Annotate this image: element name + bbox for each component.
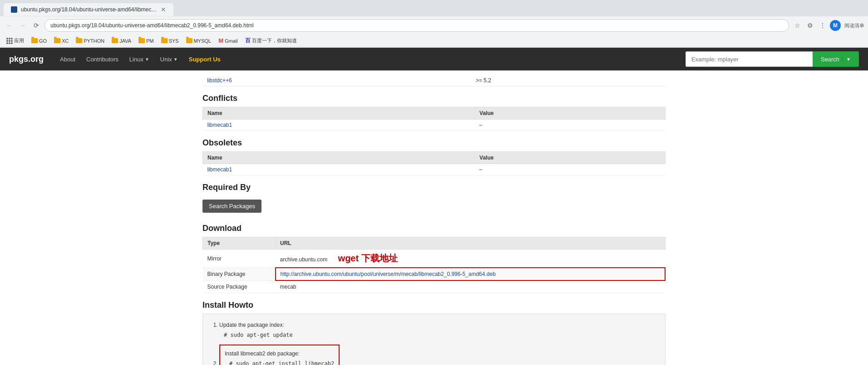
conflicts-col-value: Value [475, 107, 666, 120]
conflicts-title: Conflicts [202, 94, 666, 103]
install-howto-box: Update the package index: # sudo apt-get… [202, 314, 666, 365]
step1-text: Update the package index: [219, 322, 284, 328]
download-col-url: URL [276, 237, 666, 250]
address-bar[interactable] [44, 19, 789, 32]
tab-title: ubuntu.pkgs.org/18.04/ubuntu-universe-am… [21, 6, 157, 13]
browser-icons: ☆ ⚙ ⋮ M 阅读清单 [792, 20, 864, 31]
site-nav: About Contributors Linux ▼ Unix ▼ Suppor… [54, 48, 686, 70]
conflicts-table: Name Value libmecab1 – [202, 107, 666, 131]
obsoletes-title: Obsoletes [202, 138, 666, 148]
bookmark-gmail-label: Gmail [225, 38, 238, 44]
download-binary-url-cell: http://archive.ubuntu.com/ubuntu/pool/un… [276, 268, 666, 280]
bookmark-xc[interactable]: XC [51, 37, 71, 45]
nav-bar: ← → ⟳ ☆ ⚙ ⋮ M 阅读清单 [0, 16, 868, 35]
list-item: Update the package index: # sudo apt-get… [219, 320, 658, 340]
site-search-button[interactable]: Search ▼ [813, 51, 859, 67]
download-source-url: mecab [276, 280, 666, 293]
bookmark-star-icon[interactable]: ☆ [792, 20, 803, 31]
site-navbar: pkgs.org About Contributors Linux ▼ Unix… [0, 48, 868, 70]
nav-contributors[interactable]: Contributors [81, 48, 124, 70]
reader-mode-label: 阅读清单 [844, 22, 864, 29]
bookmark-python[interactable]: PYTHON [73, 37, 107, 45]
bookmark-python-label: PYTHON [84, 38, 104, 44]
download-binary-type: Binary Package [203, 268, 276, 280]
step1-code: # sudo apt-get update [219, 330, 658, 340]
bookmark-xc-label: XC [62, 38, 69, 44]
step2-code: # sudo apt-get install libmecab2 [225, 359, 334, 365]
download-table: Type URL Mirror archive.ubuntu.com wget … [202, 237, 666, 293]
obsoletes-libmecab1-value: – [475, 164, 666, 175]
bookmark-sys-label: SYS [169, 38, 179, 44]
conflicts-col-name: Name [203, 107, 475, 120]
bookmark-baidu-label: 百度一下，你就知道 [252, 37, 297, 44]
tab-bar: ubuntu.pkgs.org/18.04/ubuntu-universe-am… [0, 0, 868, 16]
table-row: libmecab1 – [203, 120, 666, 131]
install-step2-highlight: Install libmecab2 deb package: # sudo ap… [219, 345, 340, 365]
menu-icon[interactable]: ⋮ [817, 20, 828, 31]
site-logo[interactable]: pkgs.org [9, 55, 44, 64]
unix-dropdown-arrow: ▼ [173, 57, 178, 62]
wget-annotation: wget 下载地址 [338, 252, 398, 265]
table-row: Binary Package http://archive.ubuntu.com… [203, 268, 666, 280]
bookmark-apps[interactable]: 应用 [4, 36, 27, 45]
conflicts-libmecab1-value: – [475, 120, 666, 131]
page-content: libstdc++6 >= 5.2 Conflicts Name Value l… [193, 70, 675, 365]
reload-button[interactable]: ⟳ [31, 20, 42, 31]
search-packages-button[interactable]: Search Packages [202, 200, 261, 213]
download-source-type: Source Package [203, 280, 276, 293]
binary-package-link[interactable]: http://archive.ubuntu.com/ubuntu/pool/un… [281, 271, 496, 277]
table-row: Source Package mecab [203, 280, 666, 293]
profile-button[interactable]: M [830, 20, 841, 31]
table-row: libmecab1 – [203, 164, 666, 175]
obsoletes-col-value: Value [475, 152, 666, 164]
obsoletes-table: Name Value libmecab1 – [202, 151, 666, 175]
site-search-input[interactable] [686, 51, 813, 67]
bookmark-mysql[interactable]: MYSQL [183, 37, 214, 45]
depends-table: libstdc++6 >= 5.2 [202, 75, 666, 86]
extensions-icon[interactable]: ⚙ [804, 20, 815, 31]
nav-support[interactable]: Support Us [183, 48, 226, 70]
tab-favicon [11, 6, 17, 13]
step2-text: Install libmecab2 deb package: [225, 350, 300, 357]
install-howto-title: Install Howto [202, 300, 666, 310]
forward-button[interactable]: → [17, 20, 28, 31]
download-title: Download [202, 224, 666, 233]
required-by-title: Required By [202, 183, 666, 192]
nav-linux[interactable]: Linux ▼ [124, 48, 155, 70]
bookmark-go[interactable]: GO [29, 37, 49, 45]
linux-dropdown-arrow: ▼ [145, 57, 149, 62]
obsoletes-col-name: Name [203, 152, 475, 164]
search-dropdown-arrow[interactable]: ▼ [842, 57, 851, 62]
conflicts-libmecab1-link[interactable]: libmecab1 [207, 122, 232, 128]
bookmark-java-label: JAVA [119, 38, 131, 44]
bookmark-java[interactable]: JAVA [109, 37, 134, 45]
obsoletes-libmecab1-link[interactable]: libmecab1 [207, 166, 232, 173]
depends-row: libstdc++6 >= 5.2 [202, 75, 666, 86]
bookmark-baidu[interactable]: 百 百度一下，你就知道 [242, 36, 300, 45]
download-mirror-type: Mirror [203, 250, 276, 268]
nav-about[interactable]: About [54, 48, 81, 70]
bookmark-gmail[interactable]: M Gmail [216, 36, 241, 45]
download-mirror-url: archive.ubuntu.com wget 下载地址 [276, 250, 666, 268]
tab-close-icon[interactable]: ✕ [161, 6, 166, 13]
table-row: Mirror archive.ubuntu.com wget 下载地址 [203, 250, 666, 268]
bookmark-pm-label: PM [146, 38, 154, 44]
list-item: Install libmecab2 deb package: # sudo ap… [219, 344, 658, 365]
bookmark-mysql-label: MYSQL [194, 38, 212, 44]
bookmark-apps-label: 应用 [14, 37, 24, 44]
bookmark-sys[interactable]: SYS [158, 37, 182, 45]
bookmarks-bar: 应用 GO XC PYTHON JAVA PM SYS MYSQL [0, 35, 868, 47]
back-button[interactable]: ← [4, 20, 15, 31]
libstdcpp6-link[interactable]: libstdc++6 [207, 77, 232, 84]
site-search-area: Search ▼ [686, 51, 859, 67]
bookmark-pm[interactable]: PM [136, 37, 157, 45]
download-col-type: Type [203, 237, 276, 250]
nav-unix[interactable]: Unix ▼ [155, 48, 183, 70]
bookmark-go-label: GO [39, 38, 47, 44]
